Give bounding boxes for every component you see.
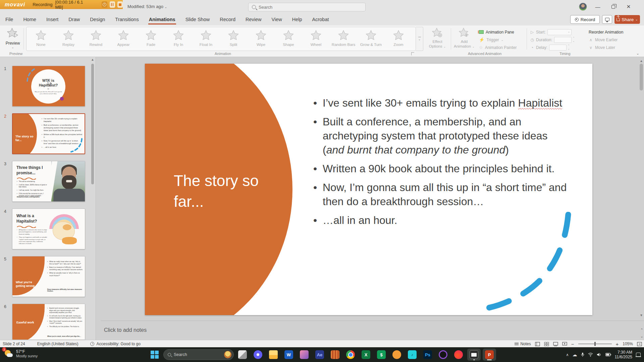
preview-dropdown-arrow[interactable]: ⌄ <box>11 46 14 49</box>
menu-tab[interactable]: Record <box>219 14 236 25</box>
collapse-ribbon-button[interactable]: ⌄ <box>636 51 639 56</box>
notes-toggle-button[interactable]: Notes <box>515 342 531 346</box>
move-later-button[interactable]: ∨Move Later <box>589 44 639 51</box>
battery-icon[interactable] <box>605 353 611 356</box>
ribbon-search[interactable] <box>248 3 366 11</box>
menu-tab[interactable]: Animations <box>148 14 176 25</box>
share-button[interactable]: Share⌄ <box>614 15 640 24</box>
taskbar-app-icon[interactable] <box>251 349 265 361</box>
thumbnail-slide-3[interactable]: Three things I promise... This will be e… <box>12 161 85 202</box>
scroll-up-arrow[interactable]: ▲ <box>640 59 643 63</box>
trigger-button[interactable]: ⚡Trigger ⌄ <box>479 36 526 44</box>
start-combobox[interactable] <box>547 29 572 35</box>
recording-timer-button[interactable] <box>102 1 107 8</box>
add-animation-button[interactable]: Add Animation ⌄ <box>453 27 475 52</box>
animation-style[interactable]: Fly In <box>165 28 192 47</box>
menu-tab[interactable]: Insert <box>46 14 59 25</box>
scroll-down-arrow[interactable]: ▼ <box>640 313 643 317</box>
thumbnail-slide-4[interactable]: What is a Hapitalist? A Hapitalist is so… <box>12 208 85 249</box>
slideshow-view-button[interactable] <box>562 342 567 346</box>
taskbar-app-icon[interactable] <box>236 349 249 361</box>
taskbar-app-icon[interactable]: ♪ <box>406 349 419 361</box>
menu-tab[interactable]: Transitions <box>114 14 139 25</box>
animation-style[interactable]: Float In <box>192 28 220 47</box>
slide-count-status[interactable]: Slide 2 of 24 <box>3 342 25 346</box>
animation-style[interactable]: Split <box>220 28 247 47</box>
close-button[interactable]: ✕ <box>621 0 636 13</box>
delay-spinner[interactable] <box>549 45 567 51</box>
menu-tab[interactable]: Slide Show <box>185 14 211 25</box>
tray-overflow-chevron[interactable]: ∧ <box>566 353 569 357</box>
slide-side-title[interactable]: The story so far... <box>174 170 288 212</box>
fit-slide-button[interactable] <box>637 342 642 346</box>
normal-view-button[interactable] <box>535 342 540 346</box>
slide-editing-canvas[interactable]: The story so far... I’ve sent like 30+ e… <box>145 64 592 315</box>
accessibility-status[interactable]: Accessibility: Good to go <box>90 342 140 346</box>
taskbar-app-icon[interactable] <box>267 349 280 361</box>
weather-widget[interactable]: 3 57°FMostly sunny <box>3 349 38 359</box>
animation-style[interactable]: Replay <box>55 28 82 47</box>
zoom-level[interactable]: 105% <box>623 342 633 346</box>
thumbnail-scrollbar[interactable] <box>91 64 94 184</box>
duration-spinner[interactable] <box>554 37 572 43</box>
recording-stop-button[interactable] <box>117 1 123 8</box>
record-button[interactable]: Record <box>570 15 600 24</box>
thumbnail-slide-5[interactable]: What you’re getting wrong What we really… <box>12 256 85 297</box>
gallery-more-button[interactable]: ⌄ <box>416 27 423 51</box>
animation-style[interactable]: Shape <box>275 28 302 47</box>
taskbar-app-icon[interactable]: W <box>282 349 296 361</box>
effect-options-button[interactable]: Effect Options ⌄ <box>427 27 448 52</box>
microphone-icon[interactable] <box>581 352 584 357</box>
zoom-in-button[interactable]: + <box>616 341 619 347</box>
canvas-scrollbar[interactable]: ▲ ▼ <box>640 59 643 317</box>
zoom-slider[interactable] <box>578 344 612 344</box>
taskbar-app-icon[interactable] <box>467 349 481 361</box>
language-status[interactable]: English (United States) <box>37 342 78 346</box>
onedrive-icon[interactable]: ☁ <box>573 352 577 357</box>
thumbnail-slide-1[interactable]: WTF is Hapitalist? Or Why are you like t… <box>12 66 85 107</box>
taskbar-app-icon[interactable]: Ps <box>421 349 434 361</box>
maximize-button[interactable] <box>606 0 621 13</box>
slide-bullet[interactable]: Now, I’m gonna sum all this up in “a sho… <box>312 180 567 208</box>
slide-bullet[interactable]: I’ve sent like 30+ emails trying to expl… <box>312 96 567 110</box>
menu-tab[interactable]: View <box>271 14 283 25</box>
taskbar-app-icon[interactable]: Ae <box>313 349 326 361</box>
animation-style[interactable]: Grow & Turn <box>357 28 385 47</box>
animation-style[interactable]: Fade <box>137 28 165 47</box>
animation-style[interactable]: Appear <box>110 28 137 47</box>
taskbar-app-icon[interactable]: X <box>359 349 373 361</box>
menu-tab[interactable]: File <box>5 14 14 25</box>
menu-tab[interactable]: Acrobat <box>312 14 330 25</box>
menu-tab[interactable]: Review <box>245 14 262 25</box>
recording-pause-button[interactable] <box>110 1 115 8</box>
taskbar-app-icon[interactable] <box>436 349 450 361</box>
slide-bullet[interactable]: Written a 90k book about the principles … <box>312 162 567 176</box>
taskbar-app-icon[interactable] <box>390 349 404 361</box>
taskbar-app-icon[interactable] <box>298 349 311 361</box>
modified-status[interactable]: Modified: 53m ago ⌄ <box>127 4 167 9</box>
animation-style[interactable]: Zoom <box>385 28 412 47</box>
taskbar-search[interactable]: Search <box>163 349 234 360</box>
reading-view-button[interactable] <box>553 342 558 346</box>
notes-pane[interactable]: Click to add notes <box>101 321 644 340</box>
zoom-out-button[interactable]: − <box>571 341 574 347</box>
blue-dash-swoosh[interactable] <box>482 212 576 312</box>
animation-style[interactable]: Wipe <box>247 28 275 47</box>
dialog-launcher-icon[interactable] <box>411 52 414 55</box>
notes-placeholder[interactable]: Click to add notes <box>104 327 147 333</box>
animation-style[interactable]: Random Bars <box>330 28 357 47</box>
taskbar-app-icon[interactable]: P <box>483 349 496 361</box>
start-button[interactable] <box>148 349 161 361</box>
speaker-icon[interactable] <box>597 353 602 357</box>
animation-style[interactable]: None <box>27 28 55 47</box>
slide-sorter-view-button[interactable] <box>544 342 549 346</box>
account-avatar[interactable] <box>579 3 587 11</box>
taskbar-app-icon[interactable] <box>452 349 465 361</box>
menu-tab[interactable]: Home <box>22 14 37 25</box>
animation-pane-button[interactable]: Animation Pane <box>479 28 526 36</box>
animation-style[interactable]: Rewind <box>82 28 110 47</box>
move-earlier-button[interactable]: ∧Move Earlier <box>589 36 639 44</box>
comments-button[interactable] <box>602 15 612 24</box>
scrollbar-thumb[interactable] <box>640 64 643 90</box>
scroll-up-arrow[interactable]: ▲ <box>91 58 94 61</box>
